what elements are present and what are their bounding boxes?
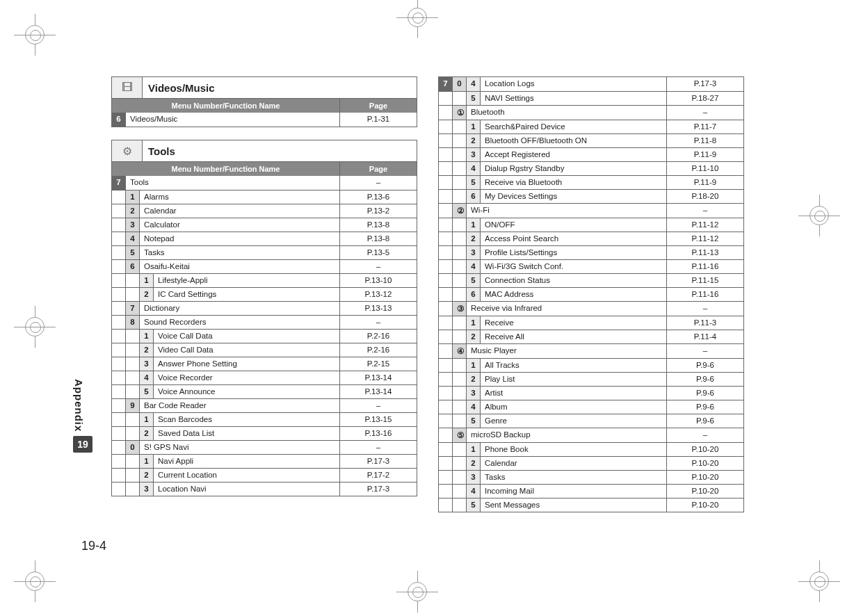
spacer [439,134,453,147]
level2-cell: 1 [140,413,154,426]
level2-cell: 2 [467,330,481,343]
page-ref-cell: P.11-12 [667,218,743,232]
level2-cell: 1 [140,330,154,343]
page-ref-cell: P.11-15 [667,274,743,287]
spacer [439,106,453,120]
table-row: 0S! GPS Navi– [112,440,417,454]
page-ref-cell: – [667,106,743,120]
page-ref-cell: – [340,399,417,412]
table-row: 2Bluetooth OFF/Bluetooth ONP.11-8 [439,133,743,147]
gear-icon: ⚙ [112,140,143,161]
function-name-cell: Alarms [140,191,340,204]
table-row: 2Receive AllP.11-4 [439,330,743,343]
function-name-cell: Calendar [140,204,340,218]
table-row: 4Incoming MailP.10-20 [439,484,743,498]
spacer [439,428,453,442]
function-name-cell: Music Player [467,344,667,358]
level1-cell: ④ [453,344,467,358]
table-row: 5TasksP.13-5 [112,245,417,259]
page-ref-cell: P.17-3 [667,77,743,91]
spacer [439,120,453,133]
table-row: 1Navi AppliP.17-3 [112,454,417,468]
level2-cell: 4 [467,260,481,273]
table-row: 3Accept RegisteredP.11-9 [439,147,743,161]
spacer [439,176,453,189]
spacer [453,274,467,287]
spacer [112,260,126,273]
level1-cell: 7 [126,302,140,315]
page-ref-cell: P.13-2 [340,204,417,218]
function-name-cell: Receive All [481,330,667,343]
table-row: 4Dialup Rgstry StandbyP.11-10 [439,161,743,175]
spacer [126,357,140,371]
column-header: Menu Number/Function Name Page [112,99,417,113]
table-row: ⑤microSD Backup– [439,428,743,442]
table-row: 6My Devices SettingsP.18-20 [439,189,743,203]
spacer [453,443,467,456]
spacer [439,457,453,470]
level2-cell: 2 [140,343,154,357]
page-ref-cell: P.11-13 [667,246,743,259]
table-row: 7Tools– [112,176,417,190]
function-name-cell: Osaifu-Keitai [140,260,340,273]
level1-cell: ② [453,204,467,218]
section-title: Videos/Music [143,82,215,94]
chapter-cell: 7 [112,176,126,190]
level2-cell: 4 [467,400,481,414]
page-ref-cell: P.13-14 [340,371,417,384]
function-name-cell: IC Card Settings [154,288,340,301]
spacer [439,316,453,330]
spacer [439,387,453,400]
spacer [453,316,467,330]
section-title: Tools [143,145,175,157]
page-ref-cell: P.18-20 [667,190,743,203]
spacer [112,232,126,245]
table-row: 4Voice RecorderP.13-14 [112,371,417,384]
table-row: 2Access Point SearchP.11-12 [439,232,743,245]
spacer [439,232,453,245]
page-ref-cell: P.11-16 [667,260,743,273]
level2-cell: 5 [467,499,481,512]
page-ref-cell: – [667,302,743,316]
level2-cell: 2 [140,427,154,440]
table-row: ②Wi-Fi– [439,203,743,218]
table-row: 2Saved Data ListP.13-16 [112,426,417,440]
page-ref-cell: P.13-5 [340,246,417,259]
level2-cell: 1 [467,218,481,232]
level2-cell: 5 [467,176,481,189]
level2-cell: 5 [467,414,481,428]
page-ref-cell: P.11-9 [667,176,743,189]
level1-cell: 1 [126,191,140,204]
level2-cell: 1 [467,316,481,330]
page-ref-cell: P.9-6 [667,373,743,386]
page-ref-cell: P.11-3 [667,316,743,330]
page-ref-cell: – [667,428,743,442]
spacer [453,471,467,484]
spacer [453,387,467,400]
page-ref-cell: P.11-10 [667,162,743,175]
table-row: 1Lifestyle-AppliP.13-10 [112,273,417,287]
page-ref-cell: P.18-27 [667,92,743,105]
table-row: 3TasksP.10-20 [439,470,743,484]
spacer [112,330,126,343]
table-row: 1Scan BarcodesP.13-15 [112,412,417,426]
spacer [453,414,467,428]
spacer [126,330,140,343]
spacer [453,457,467,470]
table-row: 1All TracksP.9-6 [439,358,743,372]
function-name-cell: Sound Recorders [140,316,340,329]
function-name-cell: MAC Address [481,288,667,301]
spacer [453,499,467,512]
page-ref-cell: P.2-16 [340,330,417,343]
table-row: 704Location LogsP.17-3 [439,77,743,91]
spacer [453,246,467,259]
level2-cell: 5 [467,274,481,287]
table-row: 3Answer Phone SettingP.2-15 [112,357,417,371]
spacer [439,92,453,105]
function-name-cell: Tools [126,176,340,190]
page-ref-cell: P.10-20 [667,499,743,512]
function-name-cell: Genre [481,414,667,428]
table-row: 5GenreP.9-6 [439,414,743,428]
level1-cell: ① [453,106,467,120]
col-page-header: Page [340,162,417,176]
